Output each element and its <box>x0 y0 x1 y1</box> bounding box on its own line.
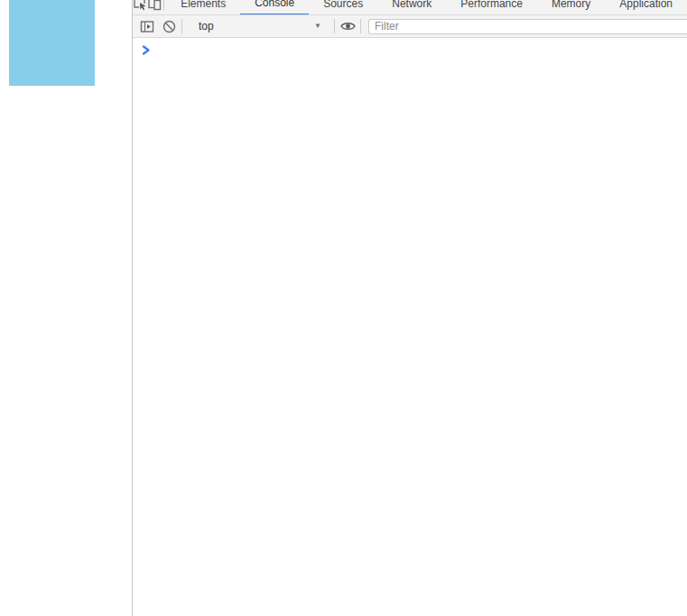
tab-console[interactable]: Console <box>240 0 309 15</box>
console-sidebar-icon <box>140 20 154 33</box>
tab-elements[interactable]: Elements <box>166 0 240 15</box>
toolbar-separator <box>360 19 361 33</box>
page-blue-square <box>9 0 95 86</box>
tab-application-label: Application <box>619 0 673 10</box>
tab-performance-label: Performance <box>460 0 523 10</box>
inspect-element-button[interactable] <box>133 0 147 15</box>
eye-icon <box>340 21 356 32</box>
inspect-cursor-icon <box>133 0 147 11</box>
tab-application[interactable]: Application <box>605 0 687 15</box>
devtools-tabbar-inner: Elements Console Sources Network Perform… <box>133 0 687 15</box>
clear-console-button[interactable] <box>158 15 180 37</box>
tab-sources-label: Sources <box>323 0 363 10</box>
screenshot-root: Elements Console Sources Network Perform… <box>0 0 687 616</box>
tab-memory-label: Memory <box>552 0 590 10</box>
clear-console-icon <box>162 20 176 33</box>
console-sidebar-button[interactable] <box>136 15 158 37</box>
tab-network-label: Network <box>392 0 432 10</box>
tab-network[interactable]: Network <box>377 0 446 15</box>
devtools-tabbar: Elements Console Sources Network Perform… <box>133 0 687 15</box>
live-expression-button[interactable] <box>337 15 358 37</box>
tab-memory[interactable]: Memory <box>537 0 605 15</box>
toolbar-separator <box>181 19 182 33</box>
console-prompt-chevron-icon <box>142 45 151 55</box>
device-toolbar-button[interactable] <box>147 0 162 15</box>
console-filter-input[interactable] <box>368 19 687 34</box>
tab-console-label: Console <box>255 0 294 9</box>
tab-performance[interactable]: Performance <box>446 0 537 15</box>
console-output-area[interactable] <box>133 38 687 616</box>
page-content-pane <box>0 0 133 616</box>
toolbar-separator <box>334 19 335 33</box>
console-prompt-row[interactable] <box>133 38 687 55</box>
console-toolbar: top ▼ <box>133 15 687 38</box>
toolbar-separator <box>163 0 164 11</box>
tab-sources[interactable]: Sources <box>309 0 377 15</box>
execution-context-selector[interactable]: top ▼ <box>190 17 327 35</box>
chevron-down-icon: ▼ <box>314 23 321 30</box>
devtools-panel: Elements Console Sources Network Perform… <box>133 0 687 616</box>
execution-context-value: top <box>199 20 214 33</box>
tab-elements-label: Elements <box>181 0 226 10</box>
device-toolbar-icon <box>147 0 162 11</box>
